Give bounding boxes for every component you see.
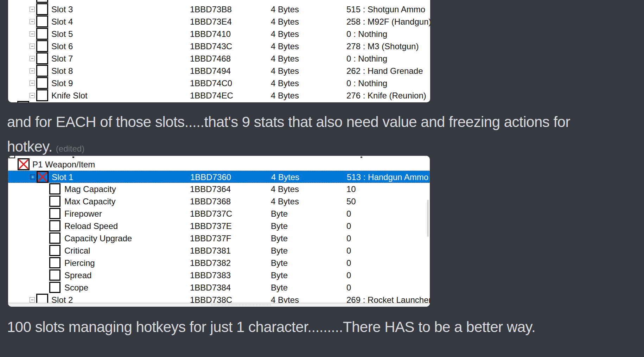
- type-cell: 4 Bytes: [271, 15, 299, 28]
- value-cell: 0: [346, 257, 351, 269]
- row-label: Piercing: [64, 257, 95, 269]
- address-cell: 1BBD7368: [190, 195, 231, 208]
- collapse-icon[interactable]: −: [30, 44, 35, 49]
- freeze-checkbox[interactable]: [36, 65, 48, 77]
- address-cell: 1BBD74C0: [190, 77, 232, 89]
- value-cell: 0 : Nothing: [346, 77, 387, 89]
- address-list-row[interactable]: Spread1BBD7383Byte0: [8, 269, 430, 281]
- freeze-checkbox[interactable]: [36, 3, 48, 15]
- address-cell: 1BBD7494: [190, 65, 231, 77]
- collapse-icon[interactable]: −: [30, 297, 35, 302]
- row-label: Slot 7: [51, 52, 73, 65]
- row-label: Slot 3: [51, 3, 73, 15]
- freeze-checkbox[interactable]: [49, 208, 60, 219]
- address-cell: 1BBD737F: [190, 232, 231, 244]
- row-label: Slot 6: [51, 40, 73, 52]
- value-cell: 262 : Hand Grenade: [346, 65, 423, 77]
- address-cell: 1BBD7364: [190, 183, 231, 195]
- row-label: Spread: [64, 269, 91, 281]
- address-cell: 1BBD73B8: [190, 3, 232, 15]
- address-list-row[interactable]: Scope1BBD7384Byte0: [8, 281, 430, 294]
- freeze-checkbox[interactable]: [36, 89, 48, 101]
- freeze-checkbox[interactable]: [18, 158, 30, 170]
- expand-icon[interactable]: +: [30, 174, 35, 179]
- address-list-row[interactable]: −Slot 41BBD73E44 Bytes258 : M92F (Handgu…: [8, 15, 430, 28]
- address-list-row[interactable]: Critical1BBD7381Byte0: [8, 244, 430, 257]
- freeze-checkbox[interactable]: [49, 220, 60, 231]
- freeze-checkbox[interactable]: [36, 15, 48, 27]
- freeze-checkbox[interactable]: [36, 77, 48, 89]
- freeze-checkbox[interactable]: [49, 282, 60, 293]
- address-list-row[interactable]: P1 Weapon/Item: [8, 158, 430, 171]
- freeze-checkbox[interactable]: [49, 196, 60, 207]
- row-label: Capacity Upgrade: [64, 232, 132, 244]
- type-cell: Byte: [271, 208, 288, 220]
- address-list-row[interactable]: Mag Capacity1BBD73644 Bytes10: [8, 183, 430, 195]
- freeze-checkbox[interactable]: [49, 245, 60, 256]
- value-cell: 0: [346, 232, 351, 244]
- address-list-row[interactable]: −Slot 91BBD74C04 Bytes0 : Nothing: [8, 77, 430, 89]
- freeze-checkbox[interactable]: [36, 52, 48, 64]
- address-cell: 1BBD7410: [190, 28, 231, 40]
- collapse-icon[interactable]: −: [30, 31, 35, 37]
- freeze-checkbox[interactable]: [49, 269, 60, 281]
- message-text: and for EACH of those slots.....that's 9…: [7, 110, 640, 161]
- freeze-checkbox[interactable]: [37, 171, 49, 183]
- value-cell: 0 : Nothing: [346, 28, 387, 40]
- type-cell: Byte: [271, 269, 288, 281]
- freeze-checkbox[interactable]: [36, 40, 48, 52]
- address-list-row[interactable]: Firepower1BBD737CByte0: [8, 208, 430, 220]
- cut-off-row-fragment: [36, 0, 48, 3]
- type-cell: Byte: [271, 281, 288, 294]
- freeze-checkbox[interactable]: [49, 183, 60, 195]
- address-list-row[interactable]: Max Capacity1BBD73684 Bytes50: [8, 195, 430, 208]
- type-cell: 4 Bytes: [271, 89, 299, 102]
- value-cell: 10: [346, 183, 356, 195]
- type-cell: 4 Bytes: [271, 183, 299, 195]
- address-list-row[interactable]: −Slot 51BBD74104 Bytes0 : Nothing: [8, 28, 430, 40]
- address-list-row[interactable]: Piercing1BBD7382Byte0: [8, 257, 430, 269]
- row-label: Scope: [64, 281, 88, 294]
- address-list-row[interactable]: −Slot 81BBD74944 Bytes262 : Hand Grenade: [8, 65, 430, 77]
- address-list-row[interactable]: −Slot 61BBD743C4 Bytes278 : M3 (Shotgun): [8, 40, 430, 52]
- address-list-row[interactable]: −Slot 31BBD73B84 Bytes515 : Shotgun Ammo: [8, 3, 430, 15]
- edited-badge: (edited): [56, 144, 84, 153]
- address-list-row[interactable]: +Slot 11BBD73604 Bytes513 : Handgun Ammo: [8, 171, 430, 183]
- address-cell: 1BBD7381: [190, 244, 231, 257]
- row-label: P1 Weapon/Item: [32, 158, 95, 171]
- address-list-row[interactable]: −Knife Slot1BBD74EC4 Bytes276 : Knife (R…: [8, 89, 430, 102]
- type-cell: 4 Bytes: [271, 65, 299, 77]
- value-cell: 0: [346, 269, 351, 281]
- address-cell: 1BBD743C: [190, 40, 232, 52]
- address-list-row[interactable]: Reload Speed1BBD737EByte0: [8, 220, 430, 232]
- cheat-engine-screenshot-top[interactable]: −Slot 31BBD73B84 Bytes515 : Shotgun Ammo…: [8, 0, 430, 102]
- collapse-icon[interactable]: −: [30, 7, 35, 12]
- freeze-checkbox[interactable]: [49, 257, 60, 268]
- collapse-icon[interactable]: −: [30, 81, 35, 86]
- address-list-row[interactable]: −Slot 71BBD74684 Bytes0 : Nothing: [8, 52, 430, 65]
- collapse-icon[interactable]: −: [30, 93, 35, 98]
- row-label: Mag Capacity: [64, 183, 116, 195]
- type-cell: Byte: [271, 257, 288, 269]
- address-cell: 1BBD7382: [190, 257, 231, 269]
- address-cell: 1BBD7360: [190, 171, 231, 183]
- horizontal-scrollbar-thumb[interactable]: [211, 305, 271, 305]
- type-cell: 4 Bytes: [271, 40, 299, 52]
- row-label: Slot 4: [51, 15, 73, 28]
- address-list-row[interactable]: Capacity Upgrade1BBD737FByte0: [8, 232, 430, 244]
- address-cell: 1BBD737C: [190, 208, 232, 220]
- collapse-icon[interactable]: −: [30, 68, 35, 74]
- vertical-scrollbar-thumb[interactable]: [427, 200, 429, 237]
- cheat-engine-screenshot-bottom[interactable]: P1 Weapon/Item+Slot 11BBD73604 Bytes513 …: [8, 156, 430, 307]
- freeze-checkbox[interactable]: [49, 232, 60, 244]
- value-cell: 0: [346, 220, 351, 232]
- type-cell: Byte: [271, 232, 288, 244]
- collapse-icon[interactable]: −: [30, 19, 35, 24]
- value-cell: 0: [346, 208, 351, 220]
- value-cell: 515 : Shotgun Ammo: [346, 3, 425, 15]
- row-label: Slot 8: [51, 65, 73, 77]
- collapse-icon[interactable]: −: [30, 56, 35, 61]
- freeze-checkbox[interactable]: [36, 28, 48, 40]
- row-label: Slot 1: [52, 171, 73, 183]
- row-label: Knife Slot: [51, 89, 88, 102]
